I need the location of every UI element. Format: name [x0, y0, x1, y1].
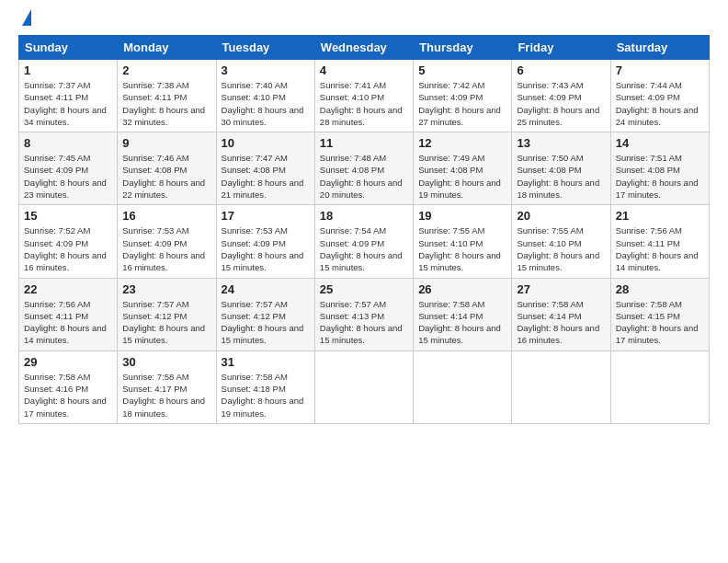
calendar-cell — [414, 350, 512, 423]
day-info: Sunrise: 7:51 AMSunset: 4:08 PMDaylight:… — [616, 153, 699, 200]
page: SundayMondayTuesdayWednesdayThursdayFrid… — [0, 0, 728, 563]
day-number: 28 — [616, 282, 704, 296]
calendar-cell: 29 Sunrise: 7:58 AMSunset: 4:16 PMDaylig… — [19, 350, 118, 423]
calendar-cell: 15 Sunrise: 7:52 AMSunset: 4:09 PMDaylig… — [19, 205, 118, 278]
calendar-cell: 22 Sunrise: 7:56 AMSunset: 4:11 PMDaylig… — [19, 278, 118, 350]
day-info: Sunrise: 7:46 AMSunset: 4:08 PMDaylight:… — [122, 153, 205, 200]
day-number: 29 — [24, 355, 112, 369]
day-number: 6 — [517, 63, 605, 77]
calendar-cell — [512, 350, 610, 423]
day-number: 3 — [222, 63, 310, 77]
day-number: 19 — [418, 209, 506, 223]
header — [18, 17, 710, 26]
calendar-header-saturday: Saturday — [610, 36, 709, 60]
logo — [18, 17, 31, 26]
day-number: 8 — [24, 136, 112, 150]
calendar-cell: 21 Sunrise: 7:56 AMSunset: 4:11 PMDaylig… — [610, 205, 709, 278]
calendar-week-row: 22 Sunrise: 7:56 AMSunset: 4:11 PMDaylig… — [19, 278, 710, 350]
day-info: Sunrise: 7:52 AMSunset: 4:09 PMDaylight:… — [24, 225, 107, 272]
calendar-cell: 28 Sunrise: 7:58 AMSunset: 4:15 PMDaylig… — [610, 278, 709, 350]
calendar-header-monday: Monday — [118, 36, 216, 60]
day-number: 16 — [122, 209, 210, 223]
calendar-cell: 3 Sunrise: 7:40 AMSunset: 4:10 PMDayligh… — [216, 60, 314, 132]
calendar-cell — [314, 350, 413, 423]
day-info: Sunrise: 7:58 AMSunset: 4:18 PMDaylight:… — [222, 372, 304, 419]
day-number: 7 — [616, 63, 704, 77]
day-info: Sunrise: 7:55 AMSunset: 4:10 PMDaylight:… — [418, 225, 501, 272]
calendar-cell: 13 Sunrise: 7:50 AMSunset: 4:08 PMDaylig… — [512, 132, 610, 205]
day-number: 17 — [222, 209, 310, 223]
calendar-cell: 16 Sunrise: 7:53 AMSunset: 4:09 PMDaylig… — [118, 205, 216, 278]
day-info: Sunrise: 7:58 AMSunset: 4:15 PMDaylight:… — [616, 299, 699, 346]
day-number: 23 — [122, 282, 210, 296]
day-number: 10 — [222, 136, 310, 150]
day-number: 11 — [320, 136, 408, 150]
day-number: 13 — [517, 136, 605, 150]
day-info: Sunrise: 7:54 AMSunset: 4:09 PMDaylight:… — [320, 225, 403, 272]
day-number: 21 — [616, 209, 704, 223]
day-info: Sunrise: 7:53 AMSunset: 4:09 PMDaylight:… — [122, 225, 205, 272]
calendar-week-row: 15 Sunrise: 7:52 AMSunset: 4:09 PMDaylig… — [19, 205, 710, 278]
calendar-cell: 17 Sunrise: 7:53 AMSunset: 4:09 PMDaylig… — [216, 205, 314, 278]
calendar-cell: 6 Sunrise: 7:43 AMSunset: 4:09 PMDayligh… — [512, 60, 610, 132]
day-info: Sunrise: 7:49 AMSunset: 4:08 PMDaylight:… — [418, 153, 501, 200]
day-info: Sunrise: 7:57 AMSunset: 4:12 PMDaylight:… — [222, 299, 304, 346]
day-info: Sunrise: 7:57 AMSunset: 4:13 PMDaylight:… — [320, 299, 403, 346]
calendar-week-row: 8 Sunrise: 7:45 AMSunset: 4:09 PMDayligh… — [19, 132, 710, 205]
calendar-week-row: 1 Sunrise: 7:37 AMSunset: 4:11 PMDayligh… — [19, 60, 710, 132]
calendar-header-sunday: Sunday — [19, 36, 118, 60]
day-info: Sunrise: 7:53 AMSunset: 4:09 PMDaylight:… — [222, 225, 304, 272]
calendar-cell: 12 Sunrise: 7:49 AMSunset: 4:08 PMDaylig… — [414, 132, 512, 205]
day-number: 20 — [517, 209, 605, 223]
day-number: 30 — [122, 355, 210, 369]
day-number: 22 — [24, 282, 112, 296]
day-number: 5 — [418, 63, 506, 77]
calendar-week-row: 29 Sunrise: 7:58 AMSunset: 4:16 PMDaylig… — [19, 350, 710, 423]
calendar-cell: 18 Sunrise: 7:54 AMSunset: 4:09 PMDaylig… — [314, 205, 413, 278]
day-info: Sunrise: 7:43 AMSunset: 4:09 PMDaylight:… — [517, 80, 599, 127]
calendar-cell: 19 Sunrise: 7:55 AMSunset: 4:10 PMDaylig… — [414, 205, 512, 278]
calendar-cell: 8 Sunrise: 7:45 AMSunset: 4:09 PMDayligh… — [19, 132, 118, 205]
calendar-cell: 10 Sunrise: 7:47 AMSunset: 4:08 PMDaylig… — [216, 132, 314, 205]
day-info: Sunrise: 7:38 AMSunset: 4:11 PMDaylight:… — [122, 80, 205, 127]
calendar-cell — [610, 350, 709, 423]
day-info: Sunrise: 7:58 AMSunset: 4:14 PMDaylight:… — [418, 299, 501, 346]
calendar-cell: 5 Sunrise: 7:42 AMSunset: 4:09 PMDayligh… — [414, 60, 512, 132]
calendar-cell: 24 Sunrise: 7:57 AMSunset: 4:12 PMDaylig… — [216, 278, 314, 350]
day-info: Sunrise: 7:55 AMSunset: 4:10 PMDaylight:… — [517, 225, 599, 272]
calendar-cell: 26 Sunrise: 7:58 AMSunset: 4:14 PMDaylig… — [414, 278, 512, 350]
day-info: Sunrise: 7:44 AMSunset: 4:09 PMDaylight:… — [616, 80, 699, 127]
day-number: 27 — [517, 282, 605, 296]
day-number: 12 — [418, 136, 506, 150]
calendar-table: SundayMondayTuesdayWednesdayThursdayFrid… — [18, 35, 710, 424]
day-info: Sunrise: 7:58 AMSunset: 4:17 PMDaylight:… — [122, 372, 205, 419]
calendar-cell: 31 Sunrise: 7:58 AMSunset: 4:18 PMDaylig… — [216, 350, 314, 423]
day-number: 18 — [320, 209, 408, 223]
calendar-header-wednesday: Wednesday — [314, 36, 413, 60]
calendar-header-row: SundayMondayTuesdayWednesdayThursdayFrid… — [19, 36, 710, 60]
calendar-cell: 20 Sunrise: 7:55 AMSunset: 4:10 PMDaylig… — [512, 205, 610, 278]
day-info: Sunrise: 7:40 AMSunset: 4:10 PMDaylight:… — [222, 80, 304, 127]
calendar-cell: 4 Sunrise: 7:41 AMSunset: 4:10 PMDayligh… — [314, 60, 413, 132]
day-number: 24 — [222, 282, 310, 296]
day-info: Sunrise: 7:50 AMSunset: 4:08 PMDaylight:… — [517, 153, 599, 200]
calendar-cell: 25 Sunrise: 7:57 AMSunset: 4:13 PMDaylig… — [314, 278, 413, 350]
logo-triangle-icon — [22, 9, 31, 26]
calendar-cell: 9 Sunrise: 7:46 AMSunset: 4:08 PMDayligh… — [118, 132, 216, 205]
calendar-cell: 27 Sunrise: 7:58 AMSunset: 4:14 PMDaylig… — [512, 278, 610, 350]
calendar-cell: 23 Sunrise: 7:57 AMSunset: 4:12 PMDaylig… — [118, 278, 216, 350]
day-number: 2 — [122, 63, 210, 77]
calendar-header-thursday: Thursday — [414, 36, 512, 60]
day-info: Sunrise: 7:56 AMSunset: 4:11 PMDaylight:… — [24, 299, 107, 346]
day-info: Sunrise: 7:47 AMSunset: 4:08 PMDaylight:… — [222, 153, 304, 200]
day-info: Sunrise: 7:56 AMSunset: 4:11 PMDaylight:… — [616, 225, 699, 272]
calendar-cell: 14 Sunrise: 7:51 AMSunset: 4:08 PMDaylig… — [610, 132, 709, 205]
day-info: Sunrise: 7:58 AMSunset: 4:14 PMDaylight:… — [517, 299, 599, 346]
day-number: 1 — [24, 63, 112, 77]
day-info: Sunrise: 7:45 AMSunset: 4:09 PMDaylight:… — [24, 153, 107, 200]
calendar-header-tuesday: Tuesday — [216, 36, 314, 60]
calendar-cell: 30 Sunrise: 7:58 AMSunset: 4:17 PMDaylig… — [118, 350, 216, 423]
day-number: 4 — [320, 63, 408, 77]
day-number: 25 — [320, 282, 408, 296]
calendar-cell: 1 Sunrise: 7:37 AMSunset: 4:11 PMDayligh… — [19, 60, 118, 132]
